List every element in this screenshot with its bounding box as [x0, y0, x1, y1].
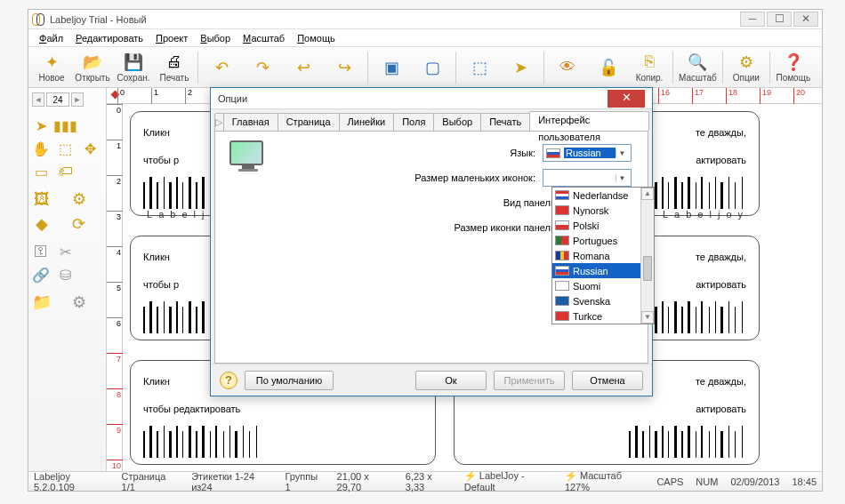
- small-icon-select[interactable]: ▼: [543, 169, 632, 187]
- pager: ◄ ►: [32, 92, 102, 108]
- flag-ru-icon: [546, 148, 560, 158]
- status-pos: 6,23 x 3,33: [406, 471, 450, 492]
- dropdown-scrollbar[interactable]: ▲ ▼: [640, 188, 654, 324]
- ok-button[interactable]: Ок: [415, 371, 487, 390]
- status-groups: Группы 1: [286, 471, 323, 492]
- status-labels: Этикетки 1-24 из24: [191, 471, 270, 492]
- tb-zoom[interactable]: 🔍Масштаб: [677, 50, 719, 85]
- lang-option-svenska[interactable]: Svenska: [552, 293, 654, 308]
- menu-select[interactable]: Выбор: [195, 31, 236, 45]
- tb-fwd[interactable]: ↪: [325, 50, 364, 85]
- menu-edit[interactable]: Редактировать: [70, 31, 149, 45]
- lang-option-russian[interactable]: Russian: [552, 263, 654, 278]
- menu-zoom[interactable]: Масштаб: [237, 31, 290, 45]
- menu-project[interactable]: Проект: [150, 31, 193, 45]
- v-ruler: 012345678910: [107, 104, 123, 471]
- maximize-button[interactable]: ☐: [767, 12, 792, 27]
- tab-page[interactable]: Страница: [278, 113, 340, 131]
- tool-shape-icon[interactable]: ◆: [32, 214, 52, 234]
- tab-main[interactable]: Главная: [223, 113, 278, 131]
- tool-pick-icon[interactable]: ⬚: [57, 140, 75, 157]
- tool-db-icon[interactable]: ⛁: [57, 266, 75, 284]
- tb-view[interactable]: 👁: [548, 50, 587, 85]
- tool-gear-icon[interactable]: ⚙: [69, 189, 89, 209]
- tb-save[interactable]: 💾Сохран.: [114, 50, 153, 85]
- status-version: Labeljoy 5.2.0.109: [34, 471, 108, 492]
- scroll-thumb[interactable]: [643, 256, 652, 281]
- tools-draw: 🖼 ⚙ ◆ ⟳: [32, 189, 102, 234]
- menu-help[interactable]: Помощь: [292, 31, 341, 45]
- tool-frame-icon[interactable]: 🖼: [32, 189, 52, 209]
- lang-option-polski[interactable]: Polski: [552, 218, 654, 233]
- minimize-button[interactable]: ─: [740, 12, 765, 27]
- close-button[interactable]: ✕: [793, 12, 818, 27]
- statusbar: Labeljoy 5.2.0.109 Страница 1/1 Этикетки…: [28, 471, 822, 491]
- scroll-down-icon[interactable]: ▼: [641, 311, 654, 324]
- tb-new[interactable]: ✦Новое: [32, 50, 71, 85]
- language-select[interactable]: Russian ▼: [543, 144, 632, 162]
- tool-hand-icon[interactable]: ✋: [32, 140, 50, 157]
- tool-rotate-icon[interactable]: ⟳: [69, 214, 89, 234]
- tb-send-back[interactable]: ▢: [413, 50, 452, 85]
- tb-print[interactable]: 🖨Печать: [155, 50, 194, 85]
- tab-select[interactable]: Выбор: [433, 113, 481, 131]
- tb-back[interactable]: ↩: [284, 50, 323, 85]
- tool-cog-icon[interactable]: ⚙: [69, 292, 89, 312]
- tool-move-icon[interactable]: ✥: [81, 140, 99, 157]
- barcode-icon: [629, 423, 746, 458]
- page-input[interactable]: [46, 92, 69, 107]
- page-next[interactable]: ►: [71, 92, 84, 107]
- tb-redo[interactable]: ↷: [243, 50, 282, 85]
- tool-barcode-icon[interactable]: ▮▮▮: [57, 116, 75, 134]
- tool-tag-icon[interactable]: 🏷: [57, 163, 75, 180]
- apply-button[interactable]: Применить: [494, 371, 565, 390]
- tab-fields[interactable]: Поля: [393, 113, 434, 131]
- tb-undo[interactable]: ↶: [202, 50, 241, 85]
- menu-file[interactable]: Файл: [34, 31, 68, 45]
- lang-option-suomi[interactable]: Suomi: [552, 278, 654, 293]
- tool-key-icon[interactable]: ⚿: [32, 243, 50, 260]
- tb-copy[interactable]: ⎘Копир.: [630, 50, 669, 85]
- tools-select: ➤ ▮▮▮ ✋ ⬚ ✥ ▭ 🏷: [32, 116, 102, 180]
- tool-link-icon[interactable]: 🔗: [32, 266, 50, 284]
- tb-select-all[interactable]: ⬚: [460, 50, 499, 85]
- dialog-title: Опции: [218, 93, 247, 104]
- tool-folder-icon[interactable]: 📁: [32, 292, 52, 312]
- lang-option-nederlandse[interactable]: Nederlandse: [552, 188, 654, 203]
- tab-print[interactable]: Печать: [480, 113, 530, 131]
- help-icon[interactable]: ?: [220, 372, 237, 389]
- options-dialog: Опции ✕ ▷ Главная Страница Линейки Поля …: [210, 87, 653, 396]
- label-small-icon: Размер маленьких иконок:: [295, 172, 535, 183]
- status-time: 18:45: [792, 476, 817, 487]
- window-buttons: ─ ☐ ✕: [738, 12, 818, 27]
- lang-option-romana[interactable]: Romana: [552, 248, 654, 263]
- scroll-up-icon[interactable]: ▲: [641, 188, 654, 200]
- tools-bottom: 📁 ⚙: [32, 292, 102, 312]
- tab-rulers[interactable]: Линейки: [339, 113, 395, 131]
- tb-lock[interactable]: 🔓: [589, 50, 628, 85]
- tb-options[interactable]: ⚙Опции: [727, 50, 766, 85]
- language-dropdown: NederlandseNynorskPolskiPortuguesRomanaR…: [551, 187, 655, 324]
- tool-cursor-icon[interactable]: ➤: [32, 116, 50, 134]
- dialog-close-button[interactable]: ✕: [608, 90, 645, 108]
- tb-bring-front[interactable]: ▣: [372, 50, 411, 85]
- lang-option-turkce[interactable]: Turkce: [552, 308, 654, 324]
- tool-label-icon[interactable]: ▭: [32, 163, 50, 180]
- dialog-titlebar: Опции ✕: [211, 88, 652, 109]
- page-prev[interactable]: ◄: [32, 92, 44, 107]
- cancel-button[interactable]: Отмена: [572, 371, 643, 390]
- default-button[interactable]: По умолчанию: [245, 371, 334, 390]
- flag-icon: [555, 190, 569, 200]
- tools-misc: ⚿ ✂ 🔗 ⛁: [32, 243, 102, 284]
- flag-icon: [555, 251, 569, 260]
- status-num: NUM: [696, 476, 718, 487]
- tab-ui[interactable]: Интерфейс пользователя: [529, 111, 649, 131]
- lang-option-nynorsk[interactable]: Nynorsk: [552, 203, 654, 218]
- lang-option-portugues[interactable]: Portugues: [552, 233, 654, 248]
- app-logo-icon: [32, 13, 44, 26]
- chevron-down-icon: ▼: [616, 149, 628, 157]
- tool-cut-icon[interactable]: ✂: [57, 243, 75, 260]
- tb-help[interactable]: ❓Помощь: [774, 50, 813, 85]
- tb-open[interactable]: 📂Открыть: [73, 50, 112, 85]
- tb-arrow[interactable]: ➤: [501, 50, 540, 85]
